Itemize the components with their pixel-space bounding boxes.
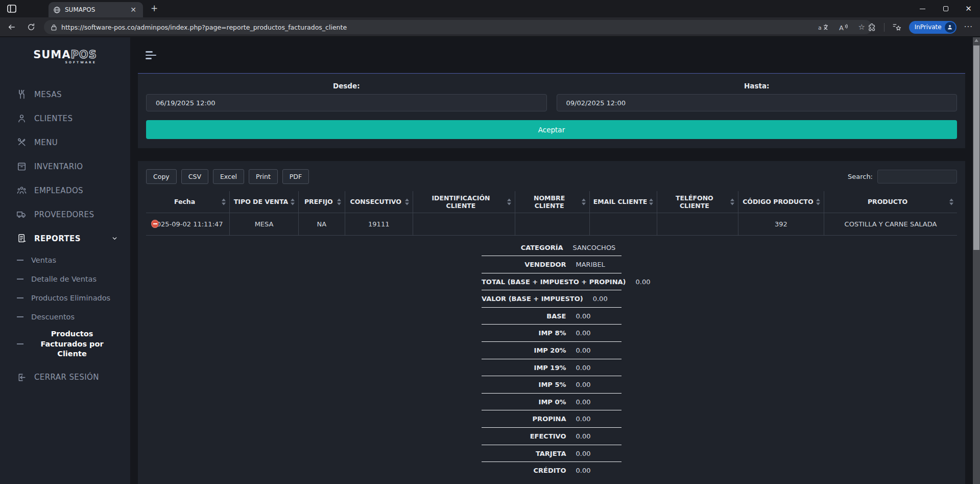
print-button[interactable]: Print (249, 169, 278, 184)
collections-icon[interactable] (892, 23, 901, 31)
submenu-item-productos-facturados-por-cliente[interactable]: Productos Facturados por Cliente (0, 326, 130, 362)
sidebar-item-menu[interactable]: MENU (0, 130, 130, 154)
column-header-email-cliente[interactable]: EMAIL CLIENTE (590, 191, 657, 213)
report-table: Fecha TIPO DE VENTA PREFIJO CONSECUTIVO … (146, 191, 957, 236)
close-window-button[interactable]: ✕ (957, 0, 980, 17)
app-content: SUMAPOS SOFTWARE MESAS CLIENTES (0, 37, 980, 484)
submenu-item-productos-eliminados[interactable]: Productos Eliminados (0, 288, 130, 307)
detail-value: 0.00 (576, 394, 613, 411)
collapse-row-icon[interactable] (151, 220, 159, 228)
detail-row-imp-20: IMP 20%0.00 (482, 342, 622, 359)
back-arrow-icon (7, 23, 16, 31)
dash-icon (17, 316, 23, 317)
sidebar-item-cerrar-sesion[interactable]: CERRAR SESIÓN (0, 365, 130, 389)
column-header-producto[interactable]: PRODUCTO (824, 191, 957, 213)
hasta-input[interactable] (557, 94, 958, 111)
search-input[interactable] (877, 170, 957, 183)
crossed-utensils-icon (16, 137, 27, 147)
dash-icon (17, 297, 23, 298)
csv-button[interactable]: CSV (181, 169, 208, 184)
hamburger-line (146, 58, 152, 59)
inprivate-badge[interactable]: InPrivate (909, 21, 957, 34)
cell-consecutivo: 19111 (345, 213, 413, 235)
minimize-button[interactable] (911, 0, 934, 17)
scroll-up-icon[interactable] (974, 39, 978, 42)
tab-actions-button[interactable] (6, 4, 17, 14)
excel-button[interactable]: Excel (213, 169, 244, 184)
maximize-button[interactable] (934, 0, 957, 17)
translate-icon[interactable]: a (818, 24, 828, 31)
extensions-icon[interactable] (868, 23, 876, 32)
sort-icon (949, 198, 953, 205)
column-header-consecutivo[interactable]: CONSECUTIVO (345, 191, 413, 213)
close-icon: ✕ (965, 5, 972, 13)
detail-value: 0.00 (576, 446, 613, 463)
sidebar-item-inventario[interactable]: INVENTARIO (0, 154, 130, 178)
browser-window: SUMAPOS ✕ + ✕ https://software-pos.co/ad… (0, 0, 980, 484)
report-icon (16, 234, 27, 243)
new-tab-button[interactable]: + (148, 4, 160, 13)
sidebar-item-label: CERRAR SESIÓN (34, 373, 99, 382)
svg-text:a: a (818, 25, 822, 31)
utensils-icon (16, 89, 27, 99)
detail-label: IMP 0% (491, 394, 566, 411)
submenu-item-descuentos[interactable]: Descuentos (0, 307, 130, 326)
sidebar-item-empleados[interactable]: EMPLEADOS (0, 178, 130, 202)
favorite-star-icon[interactable]: ☆ (858, 22, 865, 32)
column-header-telefono-cliente[interactable]: TELÉFONO CLIENTE (657, 191, 738, 213)
sidebar-item-clientes[interactable]: CLIENTES (0, 106, 130, 130)
aceptar-button[interactable]: Aceptar (146, 120, 957, 139)
submenu-item-detalle-de-ventas[interactable]: Detalle de Ventas (0, 269, 130, 288)
sidebar-item-mesas[interactable]: MESAS (0, 82, 130, 106)
browser-menu-icon[interactable]: ··· (964, 22, 973, 32)
sort-icon (337, 198, 341, 205)
column-label: TIPO DE VENTA (234, 198, 289, 205)
read-aloud-icon[interactable]: A (839, 24, 848, 31)
table-body: 2025-09-02 11:11:47 MESA NA 19111 392 CO… (146, 213, 957, 235)
browser-tab[interactable]: SUMAPOS ✕ (49, 2, 143, 17)
refresh-button[interactable] (26, 22, 37, 32)
detail-row-total: TOTAL (BASE + IMPUESTO + PROPINA)0.00 (482, 273, 622, 291)
page-scrollbar[interactable] (973, 37, 980, 484)
url-text: https://software-pos.co/adminpos/index.p… (61, 24, 818, 31)
copy-button[interactable]: Copy (146, 169, 177, 184)
detail-row-valor: VALOR (BASE + IMPUESTO)0.00 (482, 290, 622, 308)
detail-value: 0.00 (576, 308, 613, 325)
column-header-prefijo[interactable]: PREFIJO (299, 191, 345, 213)
address-bar[interactable]: https://software-pos.co/adminpos/index.p… (44, 20, 872, 34)
logo-pos: POS (70, 49, 97, 61)
header-row: Fecha TIPO DE VENTA PREFIJO CONSECUTIVO … (146, 191, 957, 213)
sidebar-item-reportes[interactable]: REPORTES (0, 226, 130, 250)
detail-label: VENDEDOR (491, 257, 566, 273)
detail-value: 0.00 (576, 463, 613, 479)
column-header-fecha[interactable]: Fecha (146, 191, 230, 213)
tab-title: SUMAPOS (65, 6, 124, 13)
window-controls: ✕ (911, 0, 980, 17)
column-header-nombre-cliente[interactable]: NOMBRE CLIENTE (515, 191, 590, 213)
toolbar-divider (884, 23, 885, 32)
detail-value: SANCOCHOS (573, 240, 616, 257)
pdf-button[interactable]: PDF (282, 169, 309, 184)
sidebar-item-proveedores[interactable]: PROVEEDORES (0, 202, 130, 226)
detail-label: IMP 19% (491, 360, 566, 377)
column-header-identificacion-cliente[interactable]: IDENTIFICACIÓN CLIENTE (413, 191, 515, 213)
detail-row-efectivo: EFECTIVO0.00 (482, 428, 622, 445)
detail-label: CRÉDITO (491, 463, 566, 479)
back-button[interactable] (6, 22, 17, 32)
column-header-tipo-de-venta[interactable]: TIPO DE VENTA (230, 191, 299, 213)
detail-row-credito: CRÉDITO0.00 (482, 462, 622, 479)
sort-icon (816, 198, 820, 205)
dash-icon (17, 279, 23, 280)
column-header-codigo-producto[interactable]: CÓDIGO PRODUCTO (738, 191, 824, 213)
desde-input[interactable] (146, 94, 547, 111)
submenu-item-ventas[interactable]: Ventas (0, 250, 130, 269)
detail-row-tarjeta: TARJETA0.00 (482, 445, 622, 463)
scrollbar-thumb[interactable] (973, 45, 979, 250)
reportes-submenu: Ventas Detalle de Ventas Productos Elimi… (0, 250, 130, 362)
detail-value: 0.00 (576, 342, 613, 359)
hamburger-menu-icon[interactable] (146, 51, 156, 59)
table-toolbar: Copy CSV Excel Print PDF Search: (146, 169, 957, 184)
hamburger-line (146, 55, 156, 56)
tab-close-icon[interactable]: ✕ (128, 6, 138, 14)
report-table-card: Copy CSV Excel Print PDF Search: Fech (138, 161, 965, 484)
